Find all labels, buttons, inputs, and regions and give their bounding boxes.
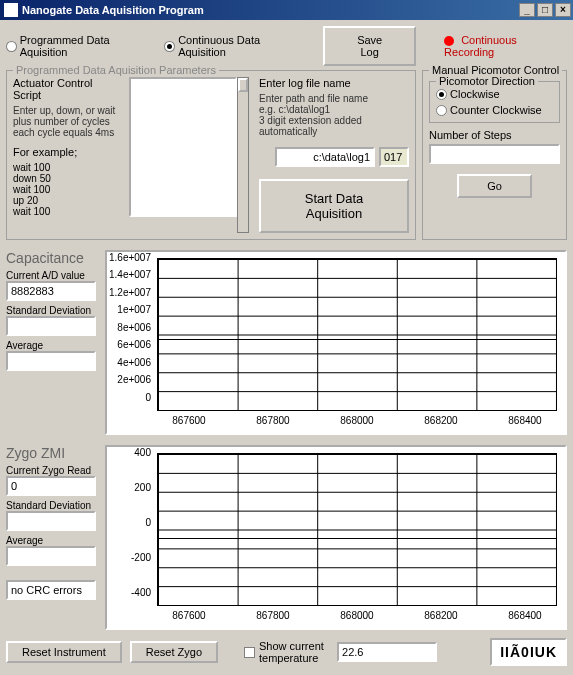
radio-icon	[436, 105, 447, 116]
zygo-series-line	[157, 538, 557, 539]
zygo-std-label: Standard Deviation	[6, 500, 101, 511]
capacitance-series-line	[157, 339, 557, 340]
y-tick: -400	[131, 586, 151, 597]
maximize-button[interactable]: □	[537, 3, 553, 17]
ad-value-field[interactable]	[6, 281, 96, 301]
recording-label: Continuous Recording	[444, 34, 517, 58]
title-bar: Nanogate Data Aquisition Program _ □ ×	[0, 0, 573, 20]
app-icon	[4, 3, 18, 17]
radio-ccw-label: Counter Clockwise	[450, 104, 542, 116]
log-help-line: Enter path and file name	[259, 93, 409, 104]
script-help-line: plus number of cycles	[13, 116, 123, 127]
reset-zygo-button[interactable]: Reset Zygo	[130, 641, 218, 663]
save-log-button[interactable]: Save Log	[323, 26, 416, 66]
close-button[interactable]: ×	[555, 3, 571, 17]
y-tick: 0	[145, 391, 151, 402]
scroll-thumb-icon	[238, 78, 248, 92]
y-tick: 1e+007	[117, 304, 151, 315]
ad-label: Current A/D value	[6, 270, 101, 281]
zygo-read-field[interactable]	[6, 476, 96, 496]
show-temp-checkbox[interactable]: Show current temperature	[244, 640, 329, 664]
y-tick: 200	[134, 481, 151, 492]
zygo-avg-field[interactable]	[6, 546, 96, 566]
x-tick: 868400	[508, 610, 541, 621]
x-tick: 868000	[340, 610, 373, 621]
reset-instrument-button[interactable]: Reset Instrument	[6, 641, 122, 663]
recording-dot-icon	[444, 36, 454, 46]
y-tick: 1.6e+007	[109, 251, 151, 262]
x-tick: 867600	[172, 610, 205, 621]
minimize-button[interactable]: _	[519, 3, 535, 17]
y-tick: 1.2e+007	[109, 286, 151, 297]
chart-grid	[157, 453, 557, 606]
zygo-panel: Zygo ZMI Current Zygo Read Standard Devi…	[6, 445, 101, 630]
x-tick: 867800	[256, 610, 289, 621]
y-tick: -200	[131, 551, 151, 562]
zygo-avg-label: Average	[6, 535, 101, 546]
x-tick: 868000	[340, 415, 373, 426]
capacitance-panel: Capacitance Current A/D value Standard D…	[6, 250, 101, 435]
chart-grid	[157, 258, 557, 411]
radio-icon	[164, 41, 175, 52]
start-acquisition-button[interactable]: Start Data Aquisition	[259, 179, 409, 233]
manual-control-fieldset: Manual Picomotor Control Picomotor Direc…	[422, 70, 567, 240]
radio-continuous-label: Continuous Data Aquisition	[178, 34, 307, 58]
script-title: Actuator Control Script	[13, 77, 123, 101]
steps-input[interactable]	[429, 144, 560, 164]
cap-avg-field[interactable]	[6, 351, 96, 371]
show-temp-label: Show current temperature	[259, 640, 329, 664]
status-code-display: IIÃ0IUK	[490, 638, 567, 666]
x-tick: 868400	[508, 415, 541, 426]
cap-std-field[interactable]	[6, 316, 96, 336]
log-help-line: e.g. c:\data\log1	[259, 104, 409, 115]
temperature-field[interactable]	[337, 642, 437, 662]
y-tick: 6e+006	[117, 339, 151, 350]
script-example: wait 100 down 50 wait 100 up 20 wait 100	[13, 162, 123, 217]
script-help-line: each cycle equals 4ms	[13, 127, 123, 138]
radio-programmed-label: Programmed Data Aquisition	[20, 34, 157, 58]
go-button[interactable]: Go	[457, 174, 532, 198]
radio-programmed[interactable]: Programmed Data Aquisition	[6, 34, 156, 58]
y-tick: 8e+006	[117, 321, 151, 332]
radio-icon	[436, 89, 447, 100]
x-tick: 868200	[424, 610, 457, 621]
x-tick: 868200	[424, 415, 457, 426]
cap-avg-label: Average	[6, 340, 101, 351]
radio-cw-label: Clockwise	[450, 88, 500, 100]
script-textarea[interactable]	[129, 77, 237, 217]
log-title: Enter log file name	[259, 77, 409, 89]
radio-continuous[interactable]: Continuous Data Aquisition	[164, 34, 307, 58]
crc-status-field	[6, 580, 96, 600]
zygo-read-label: Current Zygo Read	[6, 465, 101, 476]
log-path-input[interactable]	[275, 147, 375, 167]
direction-legend: Picomotor Direction	[436, 75, 538, 87]
steps-label: Number of Steps	[429, 129, 560, 141]
zygo-std-field[interactable]	[6, 511, 96, 531]
log-help: Enter path and file name e.g. c:\data\lo…	[259, 93, 409, 137]
y-tick: 0	[145, 516, 151, 527]
y-tick: 4e+006	[117, 356, 151, 367]
direction-fieldset: Picomotor Direction Clockwise Counter Cl…	[429, 81, 560, 123]
window-title: Nanogate Data Aquisition Program	[22, 4, 204, 16]
capacitance-chart: 02e+0064e+0066e+0068e+0061e+0071.2e+0071…	[105, 250, 567, 435]
log-ext-input[interactable]	[379, 147, 409, 167]
params-legend: Programmed Data Aquisition Parameters	[13, 64, 219, 76]
y-tick: 400	[134, 446, 151, 457]
log-help-line: 3 digit extension added automatically	[259, 115, 409, 137]
y-tick: 1.4e+007	[109, 269, 151, 280]
radio-icon	[6, 41, 17, 52]
script-example-hdr: For example;	[13, 146, 123, 158]
radio-clockwise[interactable]: Clockwise	[436, 88, 553, 100]
script-help-line: Enter up, down, or wait	[13, 105, 123, 116]
x-tick: 867600	[172, 415, 205, 426]
scrollbar[interactable]	[237, 77, 249, 233]
zygo-title: Zygo ZMI	[6, 445, 101, 461]
capacitance-title: Capacitance	[6, 250, 101, 266]
x-tick: 867800	[256, 415, 289, 426]
checkbox-icon	[244, 647, 255, 658]
cap-std-label: Standard Deviation	[6, 305, 101, 316]
radio-counter-clockwise[interactable]: Counter Clockwise	[436, 104, 553, 116]
zygo-chart: -400-2000200400 867600867800868000868200…	[105, 445, 567, 630]
y-tick: 2e+006	[117, 374, 151, 385]
script-help: Enter up, down, or wait plus number of c…	[13, 105, 123, 138]
